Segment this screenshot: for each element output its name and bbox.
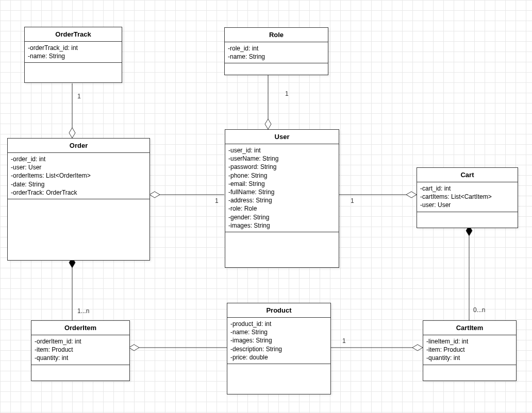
mult-ordertrack-order: 1 <box>77 93 81 100</box>
class-attributes: -product_id: int -name: String -images: … <box>227 318 330 364</box>
svg-marker-1 <box>69 128 75 138</box>
svg-marker-13 <box>129 345 139 351</box>
class-Cart[interactable]: Cart -cart_id: int -cartItems: List<Cart… <box>417 167 518 228</box>
class-Role[interactable]: Role -role_id: int -name: String <box>224 27 328 75</box>
class-title: Product <box>227 303 330 318</box>
mult-user-cart: 1 <box>351 197 354 204</box>
class-OrderItem[interactable]: OrderItem -orderItem_id: int -item: Prod… <box>31 320 130 381</box>
class-User[interactable]: User -user_id: int -userName: String -pa… <box>225 129 339 268</box>
svg-marker-15 <box>412 345 423 351</box>
class-attributes: -lineItem_id: int -item: Product -quanti… <box>423 335 516 365</box>
class-Order[interactable]: Order -order_id: int -user: User -orderI… <box>7 138 150 261</box>
class-CartItem[interactable]: CartItem -lineItem_id: int -item: Produc… <box>423 320 517 381</box>
mult-order-user: 1 <box>215 197 219 204</box>
class-title: OrderTrack <box>25 27 122 42</box>
class-attributes: -orderTrack_id: int -name: String <box>25 42 122 63</box>
class-title: Order <box>8 139 149 153</box>
class-operations <box>423 365 516 381</box>
svg-marker-3 <box>265 119 271 129</box>
class-OrderTrack[interactable]: OrderTrack -orderTrack_id: int -name: St… <box>24 27 122 83</box>
diagram-canvas: OrderTrack -orderTrack_id: int -name: St… <box>0 0 532 413</box>
mult-order-orderitem: 1...n <box>77 307 89 315</box>
class-title: User <box>225 130 339 144</box>
svg-marker-7 <box>406 192 417 198</box>
mult-cart-cartitem: 0...n <box>473 306 485 314</box>
class-attributes: -order_id: int -user: User -orderItems: … <box>8 153 149 199</box>
class-operations <box>225 63 328 75</box>
class-title: Role <box>225 28 328 42</box>
class-operations <box>225 232 339 267</box>
class-attributes: -cart_id: int -cartItems: List<CartItem>… <box>417 182 518 212</box>
class-title: Cart <box>417 168 518 182</box>
class-Product[interactable]: Product -product_id: int -name: String -… <box>227 303 331 394</box>
class-title: CartItem <box>423 321 516 335</box>
class-title: OrderItem <box>31 321 129 335</box>
class-attributes: -orderItem_id: int -item: Product -quant… <box>31 335 129 365</box>
class-operations <box>31 365 129 381</box>
class-operations <box>227 364 330 394</box>
class-operations <box>417 212 518 228</box>
class-attributes: -user_id: int -userName: String -passwor… <box>225 144 339 232</box>
svg-marker-5 <box>149 192 160 198</box>
class-operations <box>8 199 149 260</box>
class-operations <box>25 63 122 82</box>
class-attributes: -role_id: int -name: String <box>225 42 328 63</box>
mult-role-user: 1 <box>285 90 289 97</box>
mult-product-orderitem: 1 <box>342 337 346 345</box>
